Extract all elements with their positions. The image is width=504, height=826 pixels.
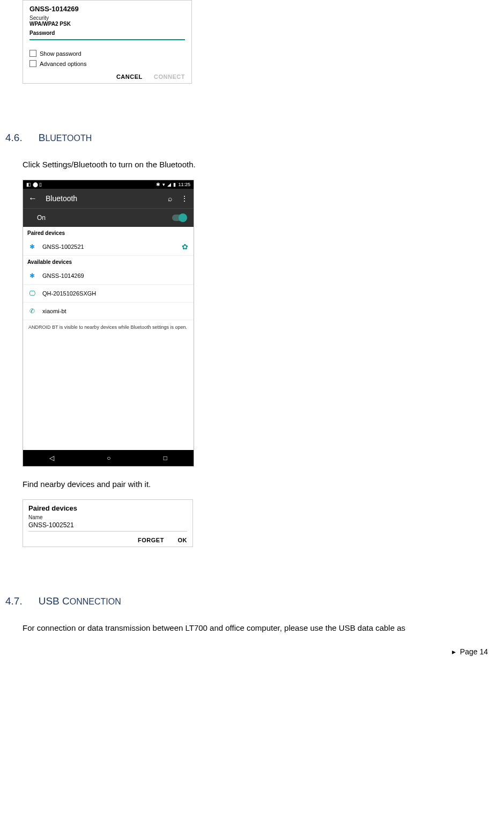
nav-back-icon[interactable]: ◁ (49, 454, 54, 462)
security-label: Security (29, 15, 185, 21)
wifi-connect-dialog: GNSS-1014269 Security WPA/WPA2 PSK Passw… (23, 0, 192, 84)
app-bar-title: Bluetooth (46, 194, 159, 203)
paired-device-row[interactable]: ✱ GNSS-1002521 ✿ (23, 238, 194, 256)
visibility-note: ANDROID BT is visible to nearby devices … (23, 320, 194, 332)
gear-icon[interactable]: ✿ (182, 242, 188, 251)
section-number: 4.7. (5, 595, 23, 607)
forget-button[interactable]: FORGET (138, 537, 164, 543)
section-4-7-heading: 4.7. USB CONNECTION (5, 595, 488, 607)
nav-recent-icon[interactable]: □ (164, 454, 167, 462)
android-status-bar: ◧ ⬤ ▯ ✱ ▾ ◢ ▮ 11:25 (23, 180, 194, 189)
signal-icon: ◢ (167, 182, 171, 187)
bluetooth-intro-text: Click Settings/Bluetooth to turn on the … (23, 160, 488, 169)
android-nav-bar: ◁ ○ □ (23, 450, 194, 466)
paired-devices-label: Paired devices (23, 227, 194, 238)
checkbox-icon (29, 50, 36, 57)
paired-device-dialog: Paired devices Name GNSS-1002521 FORGET … (23, 499, 193, 547)
bluetooth-app-bar: ← Bluetooth ⌕ ⋮ (23, 189, 194, 208)
toggle-switch[interactable] (172, 215, 186, 221)
dialog-title: Paired devices (28, 504, 187, 512)
status-time: 11:25 (178, 182, 190, 187)
bluetooth-outro-text: Find nearby devices and pair with it. (23, 480, 488, 489)
bluetooth-icon: ✱ (156, 182, 160, 187)
bluetooth-settings-screenshot: ◧ ⬤ ▯ ✱ ▾ ◢ ▮ 11:25 ← Bluetooth ⌕ ⋮ On P… (23, 180, 194, 467)
checkbox-icon (29, 60, 36, 67)
password-input[interactable] (29, 39, 185, 40)
back-icon[interactable]: ← (28, 194, 37, 203)
connect-button[interactable]: CONNECT (154, 73, 185, 80)
ok-button[interactable]: OK (178, 537, 188, 543)
device-name: GNSS-1014269 (42, 272, 188, 279)
available-device-row[interactable]: ✱ GNSS-1014269 (23, 267, 194, 285)
wifi-ssid: GNSS-1014269 (29, 5, 185, 13)
security-value: WPA/WPA2 PSK (29, 21, 185, 27)
section-4-6-heading: 4.6. BLUETOOTH (5, 132, 488, 144)
footer-arrow-icon: ▸ (452, 647, 456, 656)
phone-icon: ✆ (28, 307, 36, 315)
available-devices-label: Available devices (23, 256, 194, 267)
page-footer: ▸ Page 14 (5, 647, 488, 656)
search-icon[interactable]: ⌕ (168, 194, 172, 203)
password-label: Password (29, 30, 185, 36)
nav-home-icon[interactable]: ○ (107, 454, 110, 462)
on-label: On (37, 214, 46, 222)
device-name: GNSS-1002521 (42, 244, 175, 250)
section-number: 4.6. (5, 132, 23, 144)
section-title: USB CONNECTION (39, 595, 121, 607)
laptop-icon: 🖵 (28, 290, 36, 297)
device-name: xiaomi-bt (42, 308, 188, 314)
battery-icon: ▮ (173, 182, 176, 187)
available-device-row[interactable]: 🖵 QH-20151026SXGH (23, 285, 194, 303)
usb-body-text: For connection or data transmission betw… (23, 623, 488, 632)
show-password-label: Show password (40, 50, 81, 57)
advanced-options-row[interactable]: Advanced options (29, 60, 185, 67)
section-title: BLUETOOTH (39, 132, 92, 144)
device-name: QH-20151026SXGH (42, 290, 188, 297)
bluetooth-icon: ✱ (28, 243, 36, 250)
device-name-input[interactable]: GNSS-1002521 (28, 520, 187, 532)
advanced-options-label: Advanced options (40, 61, 86, 67)
available-device-row[interactable]: ✆ xiaomi-bt (23, 303, 194, 320)
cancel-button[interactable]: CANCEL (116, 73, 143, 80)
wifi-icon: ▾ (162, 182, 165, 187)
more-icon[interactable]: ⋮ (181, 194, 188, 203)
name-label: Name (28, 514, 187, 520)
bluetooth-toggle-row[interactable]: On (23, 208, 194, 227)
bluetooth-icon: ✱ (28, 272, 36, 279)
show-password-row[interactable]: Show password (29, 50, 185, 57)
page-number: Page 14 (460, 647, 488, 656)
